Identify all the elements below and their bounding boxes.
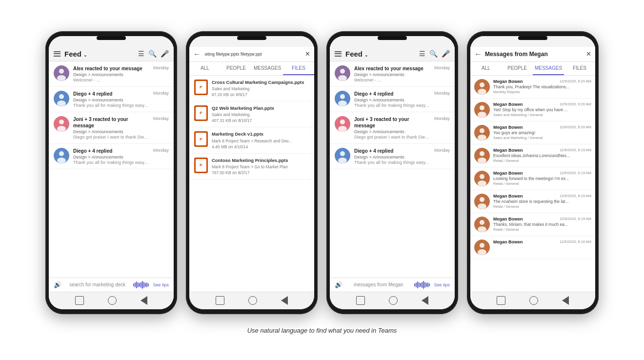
feed-time: Monday: [434, 116, 450, 121]
waveform: [414, 281, 430, 289]
phone-screen: Feed ⌄ ☰ 🔍 🎤 Alex reacted to your: [330, 36, 455, 309]
msg-channel: Retail / General: [493, 227, 591, 232]
message-item[interactable]: Megan Bowen 12/9/2020, 6:19 AM Looking f…: [470, 167, 595, 190]
see-tips[interactable]: See tips: [434, 282, 450, 287]
avatar: [474, 79, 490, 95]
msg-time: 12/9/2020, 6:20 AM: [560, 79, 591, 83]
mic-icon[interactable]: 🎤: [442, 50, 450, 58]
svg-point-10: [59, 151, 64, 156]
phone-1: Feed ⌄ ☰ 🔍 🎤 Alex reacted to your: [45, 31, 177, 314]
phone-2: ← :eting filetype:pptx filetype:ppt ✕ AL…: [186, 31, 318, 314]
app-header: Feed ⌄ ☰ 🔍 🎤: [49, 47, 174, 61]
tab-files[interactable]: FILES: [283, 62, 314, 75]
file-item[interactable]: P Contoso Marketing Principles.pptx Mark…: [189, 154, 314, 180]
phone-screen: ← :eting filetype:pptx filetype:ppt ✕ AL…: [189, 36, 314, 309]
feed-item[interactable]: Diego + 4 replied Design > Announcements…: [330, 87, 455, 112]
close-icon[interactable]: ✕: [305, 50, 310, 58]
phone-notch: [97, 36, 126, 40]
msg-sender: Megan Bowen: [493, 102, 523, 107]
phone-notch: [378, 36, 407, 40]
feed-time: Monday: [434, 91, 450, 96]
tab-people[interactable]: PEOPLE: [502, 62, 533, 75]
tab-files[interactable]: FILES: [564, 62, 595, 75]
feed-subtitle: Design > Announcements: [354, 72, 430, 77]
msg-time: 12/9/2020, 6:19 AM: [560, 217, 591, 221]
feed-item[interactable]: Diego + 4 replied Design > Announcements…: [330, 144, 455, 169]
nav-back[interactable]: [141, 296, 147, 305]
svg-point-17: [338, 100, 347, 106]
close-icon[interactable]: ✕: [586, 50, 591, 58]
message-item[interactable]: Megan Bowen 12/9/2020, 6:19 AM Thanks, M…: [470, 213, 595, 236]
avatar: [474, 148, 490, 163]
svg-point-38: [478, 180, 486, 186]
message-item[interactable]: Megan Bowen 12/9/2020, 6:19 AM The Anahe…: [470, 190, 595, 213]
nav-square[interactable]: [356, 296, 365, 305]
feed-item[interactable]: Alex reacted to your message Design > An…: [49, 61, 174, 87]
avatar: [335, 148, 350, 163]
feed-list: Alex reacted to your message Design > An…: [49, 61, 174, 278]
file-item[interactable]: P Marketing Deck v1.pptx Mark 8 Project …: [189, 127, 314, 153]
search-bar: 🔊 search for marketing deck See tips: [49, 278, 174, 292]
see-tips[interactable]: See tips: [153, 282, 169, 287]
nav-back[interactable]: [281, 296, 288, 305]
volume-icon[interactable]: 🔊: [335, 281, 342, 288]
tab-all[interactable]: ALL: [189, 62, 221, 75]
nav-back[interactable]: [422, 296, 428, 305]
message-item[interactable]: Megan Bowen 12/9/2020, 6:19 AM Excellent…: [470, 144, 595, 167]
file-size-date: 407.31 KB on 8/10/17: [212, 118, 309, 123]
avatar: [474, 194, 490, 209]
avatar: [54, 116, 69, 132]
nav-back[interactable]: [562, 296, 569, 305]
feed-item[interactable]: Alex reacted to your message Design > An…: [330, 61, 455, 87]
mic-icon[interactable]: 🎤: [161, 50, 169, 58]
msg-content: Megan Bowen 12/9/2020, 6:20 AM Thank you…: [493, 79, 591, 94]
bottom-nav: [189, 292, 314, 309]
phone-3: Feed ⌄ ☰ 🔍 🎤 Alex reacted to your: [326, 31, 458, 314]
avatar: [335, 65, 350, 81]
feed-time: Monday: [153, 65, 169, 70]
message-item[interactable]: Megan Bowen 12/9/2020, 6:20 AM You guys …: [470, 121, 595, 144]
feed-item[interactable]: Joni + 3 reacted to your message Design …: [330, 112, 455, 144]
tab-messages[interactable]: MESSAGES: [533, 62, 564, 75]
search-query[interactable]: :eting filetype:pptx filetype:ppt: [204, 52, 302, 57]
tab-messages[interactable]: MESSAGES: [252, 62, 283, 75]
nav-circle[interactable]: [108, 296, 117, 305]
caption: Use natural language to find what you ne…: [247, 327, 397, 334]
message-item[interactable]: Megan Bowen 12/9/2020, 6:20 AM Thank you…: [470, 76, 595, 99]
nav-circle[interactable]: [248, 296, 257, 305]
file-item[interactable]: P Q2 Web Marketing Plan.pptx Sales and M…: [189, 101, 314, 127]
nav-circle[interactable]: [389, 296, 398, 305]
nav-square[interactable]: [497, 296, 505, 305]
hamburger-icon[interactable]: [54, 51, 60, 57]
tab-people[interactable]: PEOPLE: [221, 62, 252, 75]
msg-header-row: Megan Bowen 12/9/2020, 6:19 AM: [493, 171, 591, 176]
message-item[interactable]: Megan Bowen 12/9/2020, 6:16 AM: [470, 236, 595, 259]
nav-circle[interactable]: [529, 296, 538, 305]
feed-time: Monday: [153, 91, 169, 96]
msg-text: Looking forward to the meetings! I'm ex.…: [493, 176, 591, 181]
feed-item[interactable]: Diego + 4 replied Design > Announcements…: [49, 87, 174, 112]
feed-item[interactable]: Joni + 3 reacted to your message Design …: [49, 112, 174, 144]
back-icon[interactable]: ←: [474, 50, 482, 59]
filter-icon[interactable]: ☰: [138, 50, 144, 58]
msg-content: Megan Bowen 12/9/2020, 6:19 AM Thanks, M…: [493, 217, 591, 232]
files-list: P Cross Cultural Marketing Campaigns.ppt…: [189, 76, 314, 292]
hamburger-icon[interactable]: [335, 51, 342, 57]
feed-preview: Thank you all for making things easy, th…: [354, 103, 430, 108]
search-icon[interactable]: 🔍: [148, 50, 157, 58]
search-icon[interactable]: 🔍: [429, 50, 438, 58]
feed-subtitle: Design > Announcements: [354, 155, 430, 160]
nav-square[interactable]: [75, 296, 84, 305]
message-item[interactable]: Megan Bowen 12/9/2020, 6:20 AM Yes! Stop…: [470, 99, 595, 121]
nav-square[interactable]: [216, 296, 224, 305]
filter-icon[interactable]: ☰: [419, 50, 425, 58]
volume-icon[interactable]: 🔊: [54, 281, 61, 288]
tab-all[interactable]: ALL: [470, 62, 502, 75]
back-icon[interactable]: ←: [193, 50, 201, 59]
feed-item[interactable]: Diego + 4 replied Design > Announcements…: [49, 144, 174, 169]
file-name: Marketing Deck v1.pptx: [212, 131, 309, 137]
feed-time: Monday: [153, 116, 169, 121]
msg-time: 12/9/2020, 6:16 AM: [560, 240, 591, 244]
feed-content: Alex reacted to your message Design > An…: [73, 65, 149, 82]
file-item[interactable]: P Cross Cultural Marketing Campaigns.ppt…: [189, 76, 314, 101]
